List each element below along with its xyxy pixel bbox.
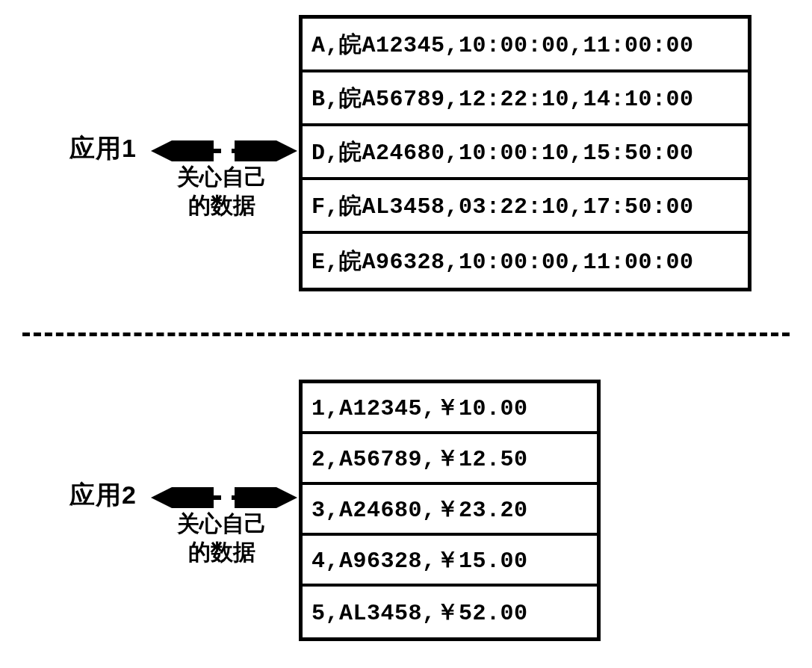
arrow-caption-2-line1: 关心自己 (177, 511, 267, 536)
data-table-1: A,皖A12345,10:00:00,11:00:00 B,皖A56789,12… (299, 15, 751, 291)
table-row: 2,A56789,￥12.50 (303, 434, 597, 485)
double-dashed-arrow-icon (149, 489, 299, 507)
app-1-label: 应用1 (69, 132, 137, 166)
section-app-2: 应用2 关心自己 的数据 1,A12345,￥10.00 2,A56789,￥1… (0, 336, 812, 668)
arrow-caption-2-line2: 的数据 (188, 539, 255, 564)
app-2-label: 应用2 (69, 478, 137, 513)
data-table-2: 1,A12345,￥10.00 2,A56789,￥12.50 3,A24680… (299, 380, 601, 641)
arrow-caption-2: 关心自己 的数据 (158, 510, 285, 566)
arrow-caption-1-line1: 关心自己 (177, 164, 267, 189)
arrow-caption-1-line2: 的数据 (188, 193, 255, 217)
section-app-1: 应用1 关心自己 的数据 A,皖A12345,10:00:00,11:00:00… (0, 0, 812, 333)
table-row: A,皖A12345,10:00:00,11:00:00 (303, 19, 748, 72)
arrow-caption-1: 关心自己 的数据 (158, 163, 285, 219)
app-1-label-block: 应用1 (69, 132, 137, 166)
table-row: D,皖A24680,10:00:10,15:50:00 (303, 126, 748, 180)
table-row: E,皖A96328,10:00:00,11:00:00 (303, 234, 748, 288)
table-row: 3,A24680,￥23.20 (303, 485, 597, 536)
table-row: 5,AL3458,￥52.00 (303, 587, 597, 637)
table-row: B,皖A56789,12:22:10,14:10:00 (303, 72, 748, 126)
table-row: F,皖AL3458,03:22:10,17:50:00 (303, 180, 748, 234)
table-row: 1,A12345,￥10.00 (303, 383, 597, 434)
app-2-label-block: 应用2 (69, 478, 137, 513)
double-dashed-arrow-icon (149, 142, 299, 160)
table-row: 4,A96328,￥15.00 (303, 536, 597, 587)
